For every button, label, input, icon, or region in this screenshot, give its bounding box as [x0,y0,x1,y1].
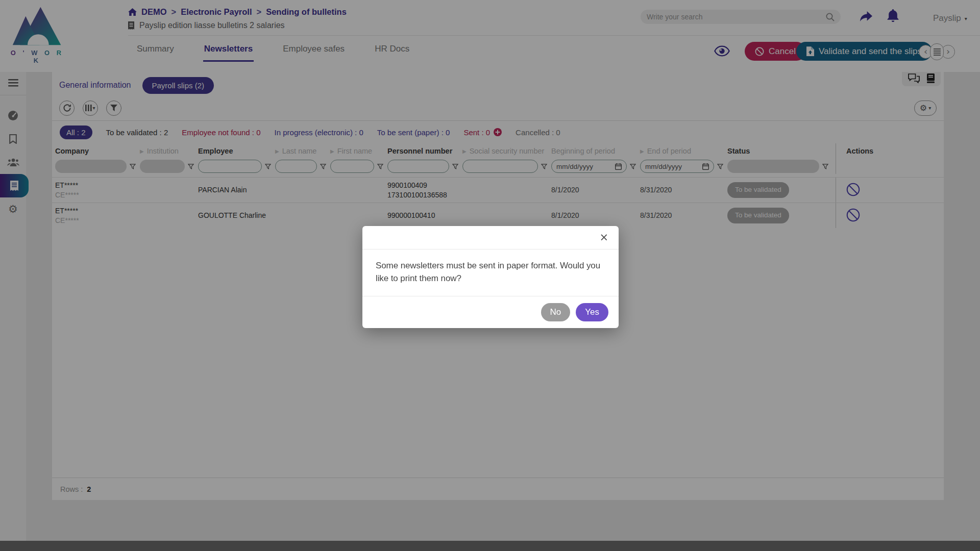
dialog-footer: No Yes [362,296,619,328]
yes-button[interactable]: Yes [576,303,608,321]
print-confirmation-dialog: × Some newsletters must be sent in paper… [362,226,619,328]
dialog-message: Some newsletters must be sent in paper f… [362,249,619,296]
dialog-header: × [362,226,619,249]
no-button[interactable]: No [541,303,571,321]
close-icon[interactable]: × [599,231,608,243]
